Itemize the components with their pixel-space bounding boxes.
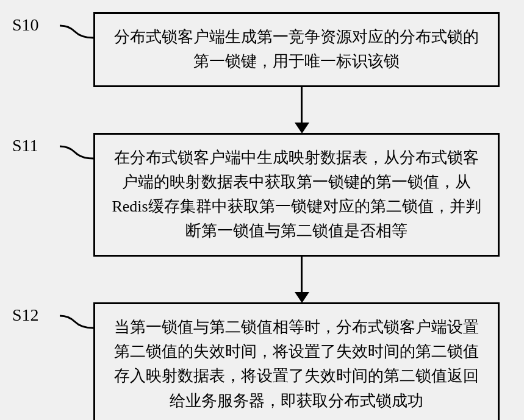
arrow-line-icon (301, 257, 303, 293)
arrow-s10-s11 (52, 87, 524, 133)
arrow-head-icon (295, 292, 309, 303)
connector-curve-icon (60, 20, 93, 44)
connector-curve-icon (60, 140, 93, 165)
step-row-s10: S10 分布式锁客户端生成第一竞争资源对应的分布式锁的第一锁键，用于唯一标识该锁 (12, 12, 512, 87)
step-box-s12: 当第一锁值与第二锁值相等时，分布式锁客户端设置第二锁值的失效时间，将设置了失效时… (93, 302, 500, 420)
flowchart-diagram: S10 分布式锁客户端生成第一竞争资源对应的分布式锁的第一锁键，用于唯一标识该锁… (12, 12, 512, 420)
arrow-s11-s12 (52, 257, 524, 302)
connector-curve-icon (60, 310, 93, 334)
step-row-s12: S12 当第一锁值与第二锁值相等时，分布式锁客户端设置第二锁值的失效时间，将设置… (12, 302, 512, 420)
step-row-s11: S11 在分布式锁客户端中生成映射数据表，从分布式锁客户端的映射数据表中获取第一… (12, 133, 512, 257)
arrow-head-icon (295, 123, 309, 133)
step-label-s10: S10 (12, 12, 55, 35)
arrow-line-icon (301, 87, 303, 124)
step-label-s12: S12 (12, 302, 55, 325)
step-box-s10: 分布式锁客户端生成第一竞争资源对应的分布式锁的第一锁键，用于唯一标识该锁 (93, 12, 500, 87)
step-label-s11: S11 (12, 133, 55, 155)
step-box-s11: 在分布式锁客户端中生成映射数据表，从分布式锁客户端的映射数据表中获取第一锁键的第… (93, 133, 500, 257)
